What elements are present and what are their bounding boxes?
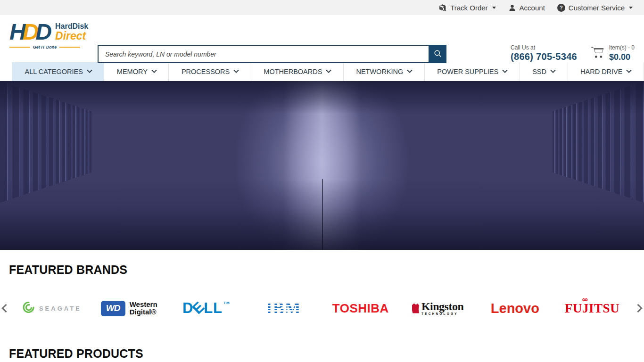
package-search-icon <box>438 3 447 12</box>
nav-item-memory[interactable]: MEMORY <box>104 62 169 81</box>
account-label: Account <box>520 4 545 12</box>
brand-toshiba[interactable]: TOSHIBA <box>322 301 399 316</box>
tagline-rule <box>9 47 30 48</box>
chevron-down-icon <box>326 68 331 73</box>
search-input[interactable] <box>98 45 429 63</box>
nav-item-power-supplies[interactable]: POWER SUPPLIES <box>425 62 520 81</box>
logo-monogram: HDD <box>9 21 53 43</box>
account-menu[interactable]: Account <box>508 4 545 12</box>
hero-floor-shade <box>0 179 644 250</box>
top-utility-bar: Track Order Account Customer Service <box>0 0 644 15</box>
nav-item-ssd[interactable]: SSD <box>520 62 568 81</box>
chevron-down-icon <box>627 68 632 73</box>
chevron-down-icon <box>151 68 157 73</box>
cart-total: $0.00 <box>609 52 635 62</box>
help-icon <box>557 4 565 12</box>
hero-banner[interactable] <box>0 81 644 250</box>
featured-brands-heading: FEATURED BRANDS <box>9 263 644 277</box>
carousel-prev-icon[interactable] <box>1 304 10 313</box>
kingston-head-icon <box>412 304 419 313</box>
phone-number[interactable]: (866) 705-5346 <box>511 51 577 62</box>
fujitsu-infinity-icon: ∞ <box>582 295 588 304</box>
chevron-down-icon <box>87 68 92 73</box>
track-order-label: Track Order <box>450 4 487 12</box>
chevron-down-icon <box>407 68 413 73</box>
search-icon <box>433 49 442 59</box>
brands-carousel: SEAGATE WD Western Digital® DELLTM IBM T… <box>0 294 644 323</box>
seagate-swirl-icon <box>22 301 35 316</box>
featured-brands-section: FEATURED BRANDS SEAGATE WD Western Digit… <box>0 250 644 323</box>
call-us-block: Call Us at (866) 705-5346 <box>511 44 577 62</box>
search-bar <box>98 45 446 63</box>
brand-western-digital[interactable]: WD Western Digital® <box>91 301 168 316</box>
site-logo[interactable]: HDD HardDisk Direct Get IT Done <box>9 21 88 49</box>
customer-service-label: Customer Service <box>569 4 625 12</box>
brand-kingston[interactable]: Kingston TECHNOLOGY <box>399 301 477 316</box>
track-order-menu[interactable]: Track Order <box>438 3 495 12</box>
kingston-wordmark: Kingston TECHNOLOGY <box>421 301 463 316</box>
caret-down-icon <box>629 7 633 9</box>
nav-item-processors[interactable]: PROCESSORS <box>169 62 251 81</box>
wd-wordmark: Western Digital® <box>130 301 157 316</box>
carousel-next-icon[interactable] <box>634 304 642 313</box>
logo-name-bottom: Direct <box>55 31 88 41</box>
wd-monogram-badge: WD <box>101 301 125 316</box>
nav-item-motherboards[interactable]: MOTHERBOARDS <box>251 62 344 81</box>
logo-name-top: HardDisk <box>55 23 88 30</box>
call-us-label: Call Us at <box>511 44 577 51</box>
chevron-down-icon <box>550 68 555 73</box>
chevron-down-icon <box>234 68 239 73</box>
chevron-down-icon <box>502 68 507 73</box>
caret-down-icon <box>492 7 496 9</box>
brand-ibm[interactable]: IBM <box>245 298 322 318</box>
featured-products-heading: FEATURED PRODUCTS <box>9 346 644 361</box>
nav-item-networking[interactable]: NETWORKING <box>344 62 425 81</box>
nav-item-all-categories[interactable]: ALL CATEGORIES <box>12 62 104 81</box>
customer-service-menu[interactable]: Customer Service <box>557 4 633 12</box>
cart-items-count: item(s) - 0 <box>609 45 635 51</box>
tagline-rule <box>59 47 80 48</box>
search-button[interactable] <box>429 45 446 63</box>
featured-products-section: FEATURED PRODUCTS <box>0 346 644 361</box>
user-icon <box>508 4 516 12</box>
nav-item-hard-drive[interactable]: HARD DRIVE <box>568 62 644 81</box>
cart-button[interactable]: item(s) - 0 $0.00 <box>590 45 635 62</box>
hero-ceiling-shade <box>0 81 644 114</box>
brand-lenovo[interactable]: Lenovo <box>477 301 554 316</box>
cart-icon <box>590 45 605 61</box>
brand-seagate[interactable]: SEAGATE <box>13 301 91 316</box>
brand-dell[interactable]: DELLTM <box>168 300 245 317</box>
category-nav: ALL CATEGORIES MEMORY PROCESSORS MOTHERB… <box>0 62 644 81</box>
site-header: HDD HardDisk Direct Get IT Done Ca <box>0 15 644 62</box>
logo-tagline: Get IT Done <box>9 45 80 49</box>
brand-fujitsu[interactable]: ∞ FUJITSU <box>553 301 631 316</box>
